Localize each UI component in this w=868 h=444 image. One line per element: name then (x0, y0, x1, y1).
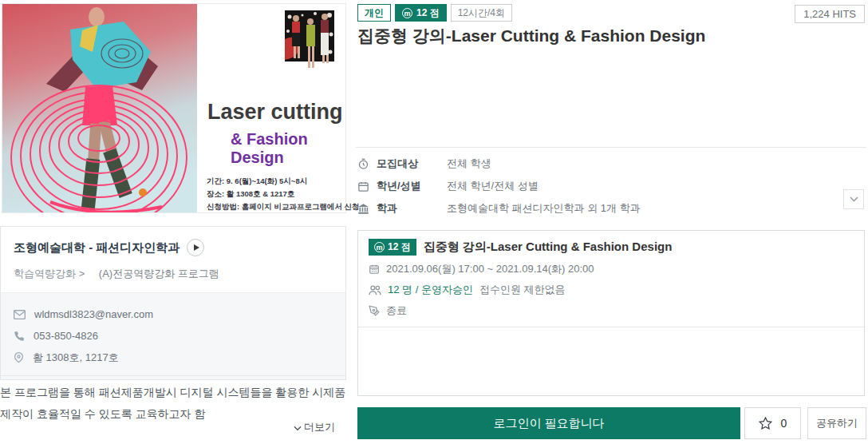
badge-points-label: 12 점 (416, 6, 440, 20)
page-title: 집중형 강의-Laser Cutting & Fashion Design (357, 25, 852, 47)
detail-value-department: 조형예술대학 패션디자인학과 외 1개 학과 (447, 201, 641, 216)
badge-points: m 12 점 (395, 4, 447, 22)
contact-phone-row: 053-850-4826 (14, 325, 333, 347)
detail-label-grade-gender: 학년/성별 (377, 179, 447, 193)
detail-label-target: 모집대상 (377, 157, 447, 171)
contact-section: wldmsdl3823@naver.com 053-850-4826 활 130… (1, 292, 345, 379)
contact-location-row: 활 1308호, 1217호 (14, 347, 333, 368)
program-detail-page: Laser cutting & Fashion Design 기간: 9. 6(… (0, 0, 868, 444)
phone-icon (14, 331, 25, 342)
organizer-title: 조형예술대학 - 패션디자인학과 (14, 240, 180, 256)
contact-email: wldmsdl3823@naver.com (34, 308, 153, 320)
laser-cut-dress-illustration (2, 4, 197, 212)
email-icon (14, 310, 26, 319)
star-icon (759, 417, 772, 430)
favorite-button[interactable]: 0 (744, 407, 801, 439)
login-required-button[interactable]: 로그인이 필요합니다 (357, 407, 740, 439)
session-points-label: 12 점 (388, 240, 411, 254)
university-icon (357, 203, 371, 215)
detail-label-department: 학과 (377, 201, 447, 216)
session-capacity-row: 12 명 / 운영자승인 접수인원 제한없음 (369, 283, 854, 297)
session-capacity-note: 접수인원 제한없음 (479, 283, 566, 297)
breadcrumb-parent: 학습역량강화 (14, 268, 76, 279)
hits-counter: 1,224 HITS (795, 5, 865, 23)
calendar-icon (369, 264, 380, 275)
poster-info-place: 장소: 활 1308호 & 1217호 (207, 188, 360, 200)
program-description: 본 프로그램을 통해 패션제품개발시 디지털 시스템들을 활용한 시제품 제작이… (0, 375, 346, 425)
session-title: 집중형 강의-Laser Cutting & Fashion Design (424, 240, 673, 255)
department-expand-button[interactable] (843, 189, 864, 209)
detail-value-target: 전체 학생 (447, 157, 491, 171)
breadcrumb-separator: > (79, 268, 85, 279)
session-status-row: 종료 (369, 303, 854, 318)
poster-info-apply: 신청방법: 홈페이지 비교과프로그램에서 신청 (207, 200, 360, 213)
session-capacity-highlight: 12 명 / 운영자승인 (388, 283, 473, 297)
chevron-down-icon (294, 426, 302, 431)
breadcrumb-child: (A)전공역량강화 프로그램 (99, 268, 219, 279)
show-more-label: 더보기 (304, 421, 335, 433)
details-divider (356, 147, 866, 148)
session-info: m 12 점 집중형 강의-Laser Cutting & Fashion De… (358, 231, 864, 327)
mileage-icon: m (374, 242, 385, 252)
badge-personal-label: 개인 (365, 6, 384, 20)
map-pin-icon (14, 351, 24, 363)
session-date-row: 2021.09.06(월) 17:00 ~ 2021.09.14(화) 20:0… (369, 262, 854, 276)
program-session-card: m 12 점 집중형 강의-Laser Cutting & Fashion De… (357, 230, 865, 396)
show-more-link[interactable]: 더보기 (0, 420, 335, 434)
poster-info: 기간: 9. 6(월)~14(화) 5시~8시 장소: 활 1308호 & 12… (207, 175, 360, 213)
chevron-down-icon (850, 196, 858, 202)
favorite-count: 0 (781, 417, 787, 430)
play-button[interactable] (187, 239, 204, 256)
detail-value-grade-gender: 전체 학년/전체 성별 (447, 179, 539, 193)
badge-personal: 개인 (357, 4, 391, 22)
program-poster: Laser cutting & Fashion Design 기간: 9. 6(… (2, 3, 346, 213)
badge-row: 개인 m 12 점 12시간/4회 (357, 4, 512, 22)
contact-phone: 053-850-4826 (34, 330, 98, 342)
session-status: 종료 (386, 303, 407, 318)
poster-model-photo (2, 4, 197, 212)
calendar-icon (357, 180, 371, 192)
mileage-icon: m (402, 8, 412, 18)
organizer-card: 조형예술대학 - 패션디자인학과 학습역량강화 > (A)전공역량강화 프로그램… (0, 226, 346, 380)
contact-location: 활 1308호, 1217호 (33, 351, 119, 365)
detail-row-grade-gender: 학년/성별 전체 학년/전체 성별 (357, 175, 836, 197)
play-icon (194, 244, 199, 251)
detail-row-department: 학과 조형예술대학 패션디자인학과 외 1개 학과 (357, 197, 836, 220)
users-icon (369, 285, 381, 295)
organizer-header: 조형예술대학 - 패션디자인학과 학습역량강화 > (A)전공역량강화 프로그램 (1, 227, 345, 292)
pen-icon (369, 305, 380, 316)
details-section: 모집대상 전체 학생 학년/성별 전체 학년/전체 성별 학과 조형예술대학 패… (357, 153, 836, 220)
poster-title-line1: Laser cutting (207, 100, 343, 125)
runway-models-photo (285, 10, 334, 84)
badge-hours: 12시간/4회 (451, 4, 512, 22)
poster-info-period: 기간: 9. 6(월)~14(화) 5시~8시 (207, 175, 360, 188)
contact-email-row: wldmsdl3823@naver.com (14, 303, 333, 325)
session-empty-area (358, 327, 864, 395)
breadcrumb: 학습역량강화 > (A)전공역량강화 프로그램 (14, 267, 333, 281)
session-points-badge: m 12 점 (369, 239, 416, 256)
detail-row-target: 모집대상 전체 학생 (357, 153, 836, 175)
poster-text-panel: Laser cutting & Fashion Design 기간: 9. 6(… (197, 4, 345, 212)
badge-hours-label: 12시간/4회 (458, 6, 505, 20)
poster-title-line2: & Fashion Design (231, 130, 345, 167)
share-button[interactable]: 공유하기 (807, 407, 866, 439)
session-date-range: 2021.09.06(월) 17:00 ~ 2021.09.14(화) 20:0… (386, 262, 594, 276)
stopwatch-icon (357, 158, 371, 170)
